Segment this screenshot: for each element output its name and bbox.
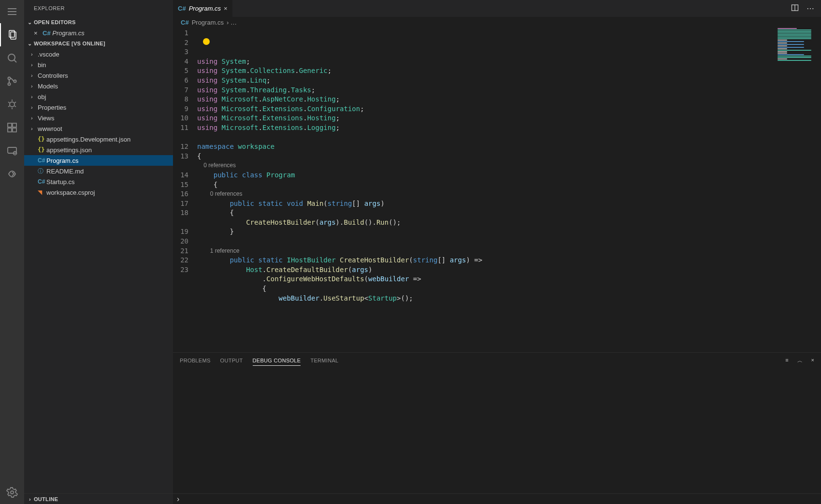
file-row[interactable]: ◥workspace.csproj	[24, 187, 173, 198]
chevron-down-icon: ⌄	[26, 17, 34, 28]
svg-rect-3	[9, 30, 14, 37]
json-file-icon: {}	[38, 146, 46, 153]
activity-bar	[0, 0, 24, 504]
split-editor-icon[interactable]	[791, 4, 799, 14]
panel-tab-debug-console[interactable]: DEBUG CONSOLE	[253, 356, 301, 366]
svg-line-6	[14, 60, 16, 62]
lightbulb-icon[interactable]	[203, 38, 210, 45]
minimap[interactable]	[775, 28, 821, 352]
svg-rect-20	[13, 123, 16, 127]
cs-file-icon: C#	[38, 157, 46, 164]
source-control-icon[interactable]	[0, 70, 24, 93]
folder-row[interactable]: ›wwwroot	[24, 123, 173, 134]
live-share-icon[interactable]	[0, 162, 24, 186]
explorer-icon[interactable]	[0, 23, 24, 46]
extensions-icon[interactable]	[0, 116, 24, 139]
menu-icon[interactable]	[0, 0, 24, 23]
close-icon[interactable]: ×	[34, 29, 43, 37]
panel-tab-output[interactable]: OUTPUT	[220, 356, 243, 365]
chevron-right-icon: ›	[31, 104, 38, 110]
svg-point-7	[8, 77, 11, 80]
file-row[interactable]: C#Program.cs	[24, 155, 173, 166]
code-content[interactable]: using System;using System.Collections.Ge…	[197, 28, 821, 352]
remote-icon[interactable]	[0, 139, 24, 162]
svg-point-5	[8, 54, 15, 61]
file-tree: ›.vscode›bin›Controllers›Models›obj›Prop…	[24, 49, 173, 198]
chevron-right-icon: ›	[31, 72, 38, 78]
close-icon[interactable]: ×	[224, 5, 228, 12]
csharp-file-icon: C#	[181, 19, 189, 26]
svg-rect-21	[8, 147, 16, 153]
editor-actions: ⋯	[791, 0, 821, 17]
chevron-right-icon: ›	[31, 126, 38, 131]
settings-gear-icon[interactable]	[0, 481, 24, 504]
file-row[interactable]: {}appsettings.Development.json	[24, 134, 173, 144]
file-row[interactable]: ⓘREADME.md	[24, 166, 173, 176]
cs-file-icon: C#	[38, 178, 46, 185]
panel-tab-bar: PROBLEMSOUTPUTDEBUG CONSOLETERMINAL≡︿×	[173, 353, 821, 368]
debug-icon[interactable]	[0, 93, 24, 116]
svg-line-13	[14, 102, 16, 103]
svg-rect-18	[8, 128, 12, 132]
tab-program-cs[interactable]: C# Program.cs ×	[173, 0, 233, 17]
bottom-panel: PROBLEMSOUTPUTDEBUG CONSOLETERMINAL≡︿×	[173, 352, 821, 493]
breadcrumb-toggle[interactable]: ›	[173, 493, 821, 504]
svg-rect-4	[11, 32, 16, 39]
chevron-right-icon: ›	[31, 51, 38, 57]
chevron-right-icon: ›	[26, 494, 34, 504]
file-row[interactable]: {}appsettings.json	[24, 144, 173, 155]
more-actions-icon[interactable]: ⋯	[807, 4, 814, 13]
info-file-icon: ⓘ	[38, 167, 46, 175]
folder-row[interactable]: ›.vscode	[24, 49, 173, 59]
svg-rect-19	[13, 128, 16, 132]
chevron-right-icon: ›	[31, 94, 38, 100]
line-number-gutter: 1234567891011 1213 1415161718 1920212223	[173, 28, 197, 352]
folder-row[interactable]: ›obj	[24, 91, 173, 102]
chevron-down-icon: ⌄	[26, 38, 34, 49]
folder-row[interactable]: ›Models	[24, 81, 173, 91]
explorer-sidebar: EXPLORER ⌄ OPEN EDITORS × C# Program.cs …	[24, 0, 173, 504]
svg-point-9	[14, 80, 16, 83]
folder-row[interactable]: ›Properties	[24, 102, 173, 113]
folder-row[interactable]: ›Views	[24, 113, 173, 123]
code-editor[interactable]: 1234567891011 1213 1415161718 1920212223…	[173, 28, 821, 352]
panel-tab-problems[interactable]: PROBLEMS	[180, 356, 211, 365]
chevron-up-icon[interactable]: ︿	[797, 357, 803, 364]
filter-icon[interactable]: ≡	[785, 357, 788, 364]
tab-bar: C# Program.cs × ⋯	[173, 0, 821, 17]
csharp-file-icon: C#	[178, 5, 186, 12]
panel-tab-terminal[interactable]: TERMINAL	[310, 356, 338, 365]
svg-point-23	[11, 491, 14, 494]
open-editors-header[interactable]: ⌄ OPEN EDITORS	[24, 17, 173, 28]
folder-row[interactable]: ›bin	[24, 59, 173, 70]
editor-group: C# Program.cs × ⋯ C# Program.cs › … 1234…	[173, 0, 821, 504]
outline-header[interactable]: › OUTLINE	[24, 493, 173, 504]
panel-actions: ≡︿×	[785, 357, 821, 364]
svg-line-14	[8, 106, 10, 107]
chevron-right-icon: ›	[31, 62, 38, 68]
chevron-right-icon: ›	[31, 115, 38, 121]
file-row[interactable]: C#Startup.cs	[24, 176, 173, 187]
svg-rect-17	[8, 123, 12, 127]
search-icon[interactable]	[0, 46, 24, 70]
folder-row[interactable]: ›Controllers	[24, 70, 173, 81]
breadcrumb[interactable]: C# Program.cs › …	[173, 17, 821, 28]
workspace-header[interactable]: ⌄ WORKSPACE [VS ONLINE]	[24, 38, 173, 49]
svg-line-15	[14, 106, 16, 107]
open-editor-item[interactable]: × C# Program.cs	[24, 28, 173, 38]
svg-point-8	[8, 83, 11, 86]
sidebar-title: EXPLORER	[24, 0, 173, 17]
svg-point-10	[10, 102, 14, 107]
chevron-right-icon: ›	[31, 83, 38, 89]
json-file-icon: {}	[38, 136, 46, 143]
svg-line-12	[8, 102, 10, 103]
close-panel-icon[interactable]: ×	[811, 357, 814, 364]
csharp-file-icon: C#	[43, 29, 52, 37]
rss-file-icon: ◥	[38, 189, 46, 196]
